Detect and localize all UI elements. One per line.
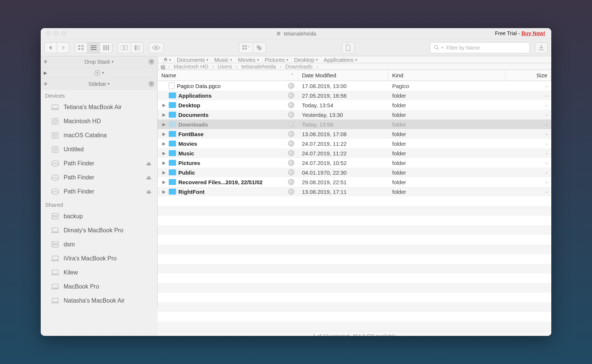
file-row[interactable]: ▶ Pictures 24.07.2019, 10:52 folder - xyxy=(158,158,551,168)
goto-icon[interactable] xyxy=(288,111,295,118)
disclosure-triangle-icon[interactable]: ▶ xyxy=(161,103,166,108)
disclosure-triangle-icon[interactable]: ▶ xyxy=(161,180,166,185)
disclosure-triangle-icon[interactable]: ▶ xyxy=(161,189,166,194)
goto-icon[interactable] xyxy=(288,121,295,128)
file-row[interactable]: ▶ Public 04.01.1970, 22:30 folder - xyxy=(158,168,551,177)
gear-icon[interactable]: ✲ xyxy=(44,81,47,87)
goto-icon[interactable] xyxy=(288,102,295,108)
zoom-button[interactable] xyxy=(61,31,66,36)
file-row[interactable]: ▶ Applications 27.05.2019, 16:56 folder … xyxy=(158,91,551,100)
sidebar-item-shared[interactable]: Kilew xyxy=(41,266,157,280)
close-icon[interactable]: ✕ xyxy=(148,59,154,65)
eject-icon[interactable]: ⏏ xyxy=(146,160,151,167)
file-row[interactable]: ▶ Recovered Files...2019, 22/51/02 29.08… xyxy=(158,177,551,187)
sidebar-item-devices[interactable]: Macintosh HD xyxy=(41,114,157,128)
play-icon[interactable]: ▶ xyxy=(44,70,47,75)
minimize-button[interactable] xyxy=(54,31,58,36)
home-menu-button[interactable]: ▾ xyxy=(163,56,171,63)
eject-icon[interactable]: ⏏ xyxy=(146,188,151,195)
layout-buttons xyxy=(118,42,144,53)
sidebar-item-devices[interactable]: Path Finder⏏ xyxy=(41,156,157,171)
sidebar-config-row[interactable]: ✲ Sidebar ▾ ✕ xyxy=(41,78,157,90)
drop-stack-row[interactable]: ✲ Drop Stack ▾ ✕ xyxy=(41,56,157,67)
layout-dual-button[interactable] xyxy=(118,42,131,53)
column-date[interactable]: Date Modified xyxy=(298,70,388,81)
tab-desktop[interactable]: Desktop ▾ xyxy=(294,57,318,63)
sidebar-item-shared[interactable]: dsm xyxy=(41,237,157,252)
file-row[interactable]: ▶ Movies 24.07.2019, 11:22 folder - xyxy=(158,139,551,148)
column-size[interactable]: Size xyxy=(505,70,551,81)
disclosure-triangle-icon[interactable]: ▶ xyxy=(161,132,166,136)
new-document-button[interactable] xyxy=(342,42,354,53)
file-row[interactable]: ▶ Desktop Today, 13:54 folder - xyxy=(158,100,551,110)
file-row[interactable]: ▶ RightFont 13.08.2019, 17:11 folder - xyxy=(158,187,551,196)
column-kind[interactable]: Kind xyxy=(388,70,505,81)
svg-rect-4 xyxy=(91,46,97,46)
sidebar-item-shared[interactable]: MacBook Pro xyxy=(41,280,157,294)
disclosure-triangle-icon[interactable]: ▶ xyxy=(161,161,166,165)
goto-icon[interactable] xyxy=(288,92,295,99)
sidebar-item-devices[interactable]: Path Finder⏏ xyxy=(41,171,157,185)
goto-icon[interactable] xyxy=(288,150,295,156)
eye-icon xyxy=(152,45,160,50)
goto-icon[interactable] xyxy=(288,131,295,137)
sidebar-item-devices[interactable]: Untitled xyxy=(41,142,157,156)
edit-tags-button[interactable] xyxy=(253,42,266,53)
svg-rect-18 xyxy=(245,48,247,50)
view-list-button[interactable] xyxy=(87,42,100,53)
sidebar-item-devices[interactable]: macOS Catalina xyxy=(41,128,157,142)
file-row[interactable]: ▶ Pagico Data.pgco 17.08.2019, 13:00 Pag… xyxy=(158,81,551,91)
file-row[interactable]: ▶ Music 24.07.2019, 11:22 folder - xyxy=(158,148,551,158)
download-button[interactable] xyxy=(535,42,548,53)
empty-row xyxy=(158,302,551,312)
sidebar-item-shared[interactable]: Dimaty's MacBook Pro xyxy=(41,223,157,237)
svg-rect-44 xyxy=(52,242,58,244)
buy-now-link[interactable]: Buy Now! xyxy=(521,30,545,36)
goto-icon[interactable] xyxy=(288,82,295,89)
back-button[interactable] xyxy=(44,42,57,53)
tab-movies[interactable]: Movies ▾ xyxy=(238,57,259,63)
disclosure-triangle-icon[interactable]: ▶ xyxy=(161,151,166,156)
sidebar-item-shared[interactable]: backup xyxy=(41,209,157,223)
eject-icon[interactable]: ⏏ xyxy=(146,174,151,181)
sidebar-item-shared[interactable]: iVira's MacBook Pro xyxy=(41,252,157,266)
close-icon[interactable]: ✕ xyxy=(148,81,154,87)
layout-single-button[interactable] xyxy=(131,42,144,53)
breadcrumb-item[interactable]: tetianaleheida xyxy=(240,63,277,70)
arrange-button[interactable] xyxy=(239,42,253,53)
goto-icon[interactable] xyxy=(288,179,295,185)
disclosure-triangle-icon[interactable]: ▶ xyxy=(161,170,166,175)
file-row[interactable]: ▶ Documents Yesterday, 13:30 folder - xyxy=(158,110,551,119)
sidebar-item-label: Macintosh HD xyxy=(64,118,101,125)
goto-icon[interactable] xyxy=(288,188,295,195)
close-button[interactable] xyxy=(46,31,51,36)
sidebar-item-devices[interactable]: Path Finder⏏ xyxy=(41,185,157,199)
search-input[interactable] xyxy=(445,44,526,51)
tab-pictures[interactable]: Pictures ▾ xyxy=(265,57,288,63)
disclosure-triangle-icon[interactable]: ▶ xyxy=(161,112,166,117)
goto-icon[interactable] xyxy=(288,169,295,176)
forward-button[interactable] xyxy=(57,42,70,53)
file-row[interactable]: ▶ Downloads Today, 13:58 folder - xyxy=(158,119,551,129)
svg-rect-24 xyxy=(52,105,58,109)
column-name[interactable]: Name ⌃ xyxy=(158,70,298,81)
gear-icon[interactable]: ✲ xyxy=(44,59,47,64)
view-columns-button[interactable] xyxy=(100,42,112,53)
sidebar-item-shared[interactable]: Natasha's MacBook Air xyxy=(41,294,157,308)
breadcrumb-item[interactable]: Macintosh HD xyxy=(172,63,210,70)
quicklook-button[interactable] xyxy=(149,42,164,53)
goto-icon[interactable] xyxy=(288,140,295,147)
tab-music[interactable]: Music ▾ xyxy=(214,57,232,63)
disclosure-triangle-icon[interactable]: ▶ xyxy=(161,141,166,146)
goto-icon[interactable] xyxy=(288,159,295,166)
shelf-record-row[interactable]: ▶ ▾ xyxy=(41,67,157,78)
tab-documents[interactable]: Documents ▾ xyxy=(177,57,208,63)
breadcrumb-item[interactable]: Users xyxy=(216,63,233,70)
sidebar-item-devices[interactable]: Tetiana's MacBook Air xyxy=(41,100,157,114)
disclosure-triangle-icon[interactable]: ▶ xyxy=(161,122,166,127)
view-icons-button[interactable] xyxy=(75,42,87,53)
search-field[interactable]: ▾ xyxy=(430,42,530,53)
breadcrumb-item[interactable]: Downloads xyxy=(284,63,314,70)
tab-applications[interactable]: Applications ▾ xyxy=(324,57,357,63)
file-row[interactable]: ▶ FontBase 13.08.2019, 17:08 folder - xyxy=(158,129,551,139)
